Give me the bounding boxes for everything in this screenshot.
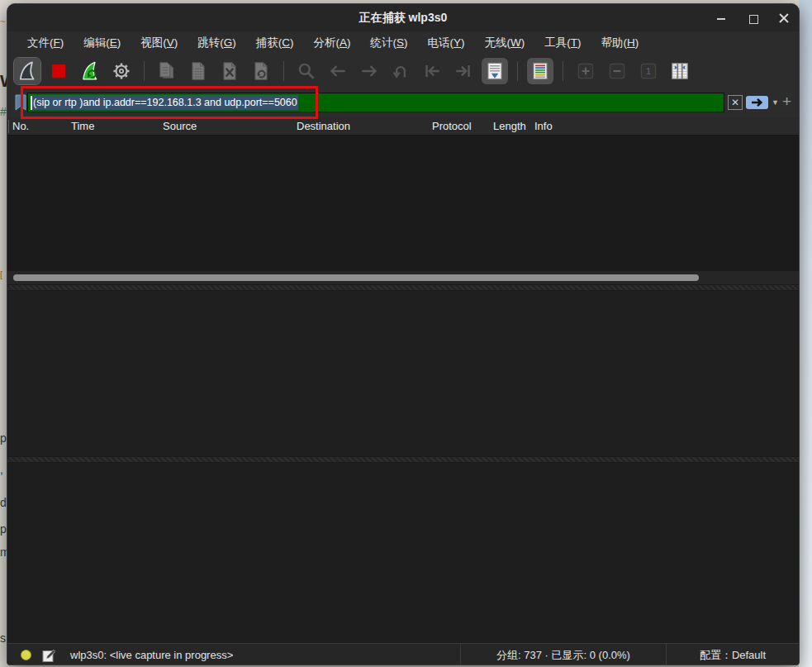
start-capture-button[interactable] xyxy=(14,58,40,84)
save-file-icon xyxy=(188,60,209,82)
desktop-text-fragment: # xyxy=(0,105,7,118)
menu-item-wireless[interactable]: 无线(W) xyxy=(477,33,534,53)
go-forward-icon xyxy=(359,60,380,82)
column-header-protocol[interactable]: Protocol xyxy=(432,120,472,132)
go-to-packet-icon xyxy=(390,60,411,82)
menu-item-help[interactable]: 帮助(H) xyxy=(593,33,648,53)
save-file-button xyxy=(185,58,211,84)
pane-splitter-top[interactable] xyxy=(7,284,799,291)
filter-dropdown-icon[interactable]: ▼ xyxy=(772,98,779,107)
packet-count-text: 分组: 737 · 已显示: 0 (0.0%) xyxy=(460,644,667,665)
zoom-in-icon xyxy=(575,60,596,82)
column-header-time[interactable]: Time xyxy=(71,120,94,132)
zoom-original-button: 1 xyxy=(635,58,662,84)
column-header-length[interactable]: Length xyxy=(493,120,526,132)
menu-item-tools[interactable]: 工具(T) xyxy=(536,33,589,53)
scrollbar-thumb[interactable] xyxy=(13,274,699,281)
apply-arrow-icon xyxy=(749,97,765,108)
expert-info-icon[interactable] xyxy=(21,650,31,660)
capture-options-icon xyxy=(111,60,132,82)
resize-columns-button[interactable] xyxy=(667,58,693,84)
stop-capture-button[interactable] xyxy=(45,58,72,84)
desktop-text-fragment: , xyxy=(0,463,3,476)
reload-file-icon xyxy=(250,60,272,82)
main-toolbar: 1 xyxy=(7,54,799,88)
menu-item-file[interactable]: 文件(F) xyxy=(19,33,72,53)
column-header-info[interactable]: Info xyxy=(534,120,553,132)
filter-bookmark-icon[interactable] xyxy=(12,93,29,112)
menu-item-telephony[interactable]: 电话(Y) xyxy=(420,33,473,53)
horizontal-scrollbar[interactable] xyxy=(7,271,799,284)
column-header-no[interactable]: No. xyxy=(12,120,29,132)
menu-item-capture[interactable]: 捕获(C) xyxy=(248,33,302,53)
capture-comment-icon[interactable] xyxy=(41,648,55,663)
start-capture-icon xyxy=(17,60,38,82)
desktop-text-fragment: ~ xyxy=(0,17,5,26)
zoom-out-button xyxy=(604,58,630,84)
toolbar-separator xyxy=(144,61,145,81)
profile-text[interactable]: 配置：Default xyxy=(667,648,799,663)
restart-capture-button[interactable] xyxy=(77,58,103,84)
pane-splitter-bottom[interactable] xyxy=(7,456,799,463)
go-back-icon xyxy=(327,60,349,82)
reload-file-button xyxy=(248,58,274,84)
filter-bar: (sip or rtp )and ip.addr==192.168.1.3 an… xyxy=(7,88,799,117)
first-packet-icon xyxy=(421,60,443,82)
menu-item-go[interactable]: 跳转(G) xyxy=(189,33,245,53)
find-packet-button xyxy=(293,58,320,84)
go-back-button xyxy=(325,58,351,84)
clear-filter-button[interactable]: ✕ xyxy=(728,95,743,110)
window-controls xyxy=(715,4,791,31)
close-file-icon xyxy=(219,60,240,82)
column-header-destination[interactable]: Destination xyxy=(297,120,350,132)
packet-list-header: No.TimeSourceDestinationProtocolLengthIn… xyxy=(7,117,799,136)
close-icon[interactable] xyxy=(777,12,791,25)
zoom-original-icon: 1 xyxy=(638,60,659,82)
add-filter-button[interactable]: + xyxy=(782,93,791,111)
menu-item-analyze[interactable]: 分析(A) xyxy=(306,33,359,53)
packet-details-pane xyxy=(7,291,799,456)
zoom-out-icon xyxy=(606,60,628,82)
desktop-text-fragment: s xyxy=(0,631,6,645)
resize-columns-icon xyxy=(669,60,691,82)
menu-item-edit[interactable]: 编辑(E) xyxy=(75,33,129,53)
capture-status-text: wlp3s0: <live capture in progress> xyxy=(70,649,460,661)
wireshark-window: 正在捕获 wlp3s0 文件(F)编辑(E)视图(V)跳转(G)捕获(C)分析(… xyxy=(7,3,800,665)
status-bar: wlp3s0: <live capture in progress> 分组: 7… xyxy=(7,643,799,665)
last-packet-button xyxy=(450,58,477,84)
auto-scroll-icon xyxy=(484,60,506,82)
go-to-packet-button xyxy=(387,58,414,84)
packet-bytes-pane xyxy=(7,463,799,643)
restart-capture-icon xyxy=(79,60,101,82)
toolbar-separator xyxy=(283,61,284,81)
toolbar-separator xyxy=(563,61,563,81)
display-filter-input[interactable]: (sip or rtp )and ip.addr==192.168.1.3 an… xyxy=(27,93,724,112)
find-packet-icon xyxy=(296,60,317,82)
menu-bar: 文件(F)编辑(E)视图(V)跳转(G)捕获(C)分析(A)统计(S)电话(Y)… xyxy=(7,31,799,54)
zoom-in-button xyxy=(572,58,599,84)
open-file-button xyxy=(154,58,180,84)
filter-expression: (sip or rtp )and ip.addr==192.168.1.3 an… xyxy=(32,95,298,110)
desktop-text-fragment: p xyxy=(0,522,7,536)
colorize-button[interactable] xyxy=(527,58,553,84)
auto-scroll-button[interactable] xyxy=(482,58,508,84)
first-packet-button xyxy=(419,58,445,84)
menu-item-view[interactable]: 视图(V) xyxy=(132,33,186,53)
maximize-icon[interactable] xyxy=(746,12,759,25)
column-header-source[interactable]: Source xyxy=(163,120,197,132)
packet-list-pane xyxy=(7,136,799,271)
go-forward-button xyxy=(356,58,382,84)
stop-capture-icon xyxy=(48,60,69,82)
minimize-icon[interactable] xyxy=(715,12,728,25)
menu-item-statistics[interactable]: 统计(S) xyxy=(363,33,416,53)
desktop-text-fragment: d xyxy=(0,496,7,509)
close-file-button xyxy=(216,58,243,84)
last-packet-icon xyxy=(453,60,474,82)
open-file-icon xyxy=(156,60,178,82)
apply-filter-button[interactable] xyxy=(746,96,768,109)
svg-text:1: 1 xyxy=(646,66,651,76)
capture-options-button[interactable] xyxy=(108,58,135,84)
desktop-text-fragment: [ xyxy=(0,269,2,279)
desktop-edge-right xyxy=(799,0,812,667)
desktop-text-fragment: p xyxy=(0,431,7,445)
